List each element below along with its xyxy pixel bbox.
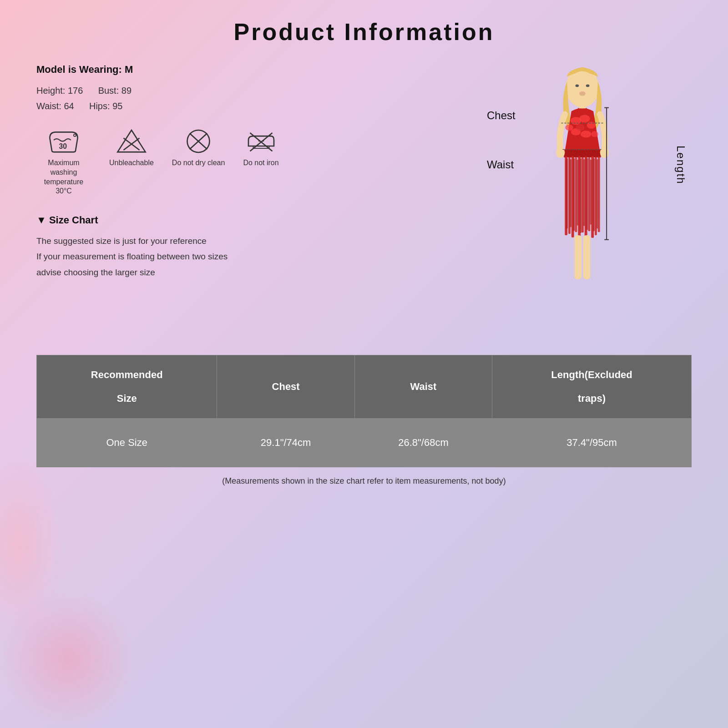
care-dryclean-label: Do not dry clean	[172, 158, 225, 168]
care-item-iron: Do not iron	[243, 127, 278, 168]
care-item-bleach: Unbleachable	[109, 127, 154, 168]
td-waist: 26.8"/68cm	[354, 419, 492, 467]
td-size: One Size	[37, 419, 217, 467]
hips-value: 95	[112, 101, 122, 111]
length-label: Length	[674, 146, 687, 184]
td-chest: 29.1"/74cm	[217, 419, 354, 467]
svg-rect-29	[564, 150, 601, 157]
svg-marker-2	[117, 130, 145, 152]
svg-point-14	[568, 71, 597, 104]
bust-value: 89	[121, 86, 131, 96]
svg-point-22	[579, 115, 590, 122]
page-title: Product Information	[36, 18, 692, 46]
svg-rect-43	[573, 158, 575, 231]
page-container: Product Information Model is Wearing: M …	[0, 0, 728, 728]
no-bleach-icon	[116, 127, 147, 155]
svg-point-15	[576, 84, 579, 87]
decoration-fuzzy-bottom	[0, 592, 136, 728]
model-wearing-label: Model is Wearing: M	[36, 64, 455, 76]
svg-point-1	[74, 134, 76, 136]
bust-label: Bust:	[98, 86, 119, 96]
th-length: Length(Excluded traps)	[492, 355, 692, 419]
size-chart-desc-line1: The suggested size is just for your refe…	[36, 233, 455, 249]
svg-point-16	[586, 84, 590, 87]
table-section: Recommended Size Chest Waist Length(Excl…	[36, 355, 692, 467]
svg-rect-54	[583, 235, 590, 279]
td-length: 37.4"/95cm	[492, 419, 692, 467]
th-size: Size	[117, 393, 137, 404]
svg-point-17	[579, 91, 586, 96]
height-label: Height:	[36, 86, 65, 96]
svg-rect-48	[590, 160, 592, 225]
svg-point-51	[556, 147, 565, 158]
svg-rect-44	[576, 160, 578, 226]
meas-labels-left: Chest Waist	[487, 109, 516, 171]
chest-label: Chest	[487, 109, 516, 122]
care-item-dryclean: Do not dry clean	[172, 127, 225, 168]
size-chart-desc: The suggested size is just for your refe…	[36, 233, 455, 280]
no-iron-icon	[245, 127, 277, 155]
svg-rect-42	[570, 159, 571, 228]
waist-label: Waist	[487, 158, 516, 171]
svg-rect-49	[593, 158, 595, 231]
model-figure-svg	[514, 64, 651, 328]
svg-point-27	[565, 124, 573, 131]
th-waist: Waist	[354, 355, 492, 419]
size-chart-title: ▼ Size Chart	[36, 214, 455, 226]
th-chest: Chest	[217, 355, 354, 419]
left-info: Model is Wearing: M Height: 176 Bust: 89…	[36, 64, 473, 337]
size-chart-desc-line2: If your measurement is floating between …	[36, 249, 455, 264]
hips-label: Hips:	[89, 101, 110, 111]
svg-text:30: 30	[59, 142, 67, 150]
svg-point-26	[576, 124, 585, 131]
right-model: Chest Waist	[473, 64, 692, 337]
wash-icon: 30	[48, 127, 80, 155]
th-recommended: Recommended	[91, 369, 163, 380]
care-item-wash: 30 Maximum washing temperature 30°C	[36, 127, 91, 196]
model-stats: Height: 176 Bust: 89 Waist: 64 Hips: 95	[36, 83, 455, 114]
svg-rect-46	[583, 159, 585, 226]
th-recommended-size: Recommended Size	[37, 355, 217, 419]
th-length-excluded: Length(Excluded	[551, 369, 632, 380]
size-table: Recommended Size Chest Waist Length(Excl…	[36, 355, 692, 467]
svg-point-52	[600, 147, 609, 158]
waist-value: 64	[64, 101, 74, 111]
svg-rect-41	[566, 158, 568, 229]
waist-label: Waist:	[36, 101, 61, 111]
top-section: Model is Wearing: M Height: 176 Bust: 89…	[36, 64, 692, 337]
care-wash-label: Maximum washing temperature 30°C	[36, 158, 91, 196]
no-dryclean-icon	[182, 127, 214, 155]
height-value: 176	[68, 86, 83, 96]
care-icons: 30 Maximum washing temperature 30°C	[36, 127, 455, 196]
svg-rect-45	[580, 158, 581, 233]
care-bleach-label: Unbleachable	[109, 158, 154, 168]
svg-point-25	[581, 131, 591, 137]
care-iron-label: Do not iron	[243, 158, 278, 168]
svg-rect-53	[575, 235, 581, 279]
table-header-row: Recommended Size Chest Waist Length(Excl…	[37, 355, 692, 419]
size-chart-triangle: ▼	[36, 214, 46, 226]
table-row: One Size 29.1"/74cm 26.8"/68cm 37.4"/95c…	[37, 419, 692, 467]
size-chart-desc-line3: advise choosing the larger size	[36, 265, 455, 280]
svg-point-23	[587, 122, 596, 129]
footnote: (Measurements shown in the size chart re…	[36, 476, 692, 486]
th-traps: traps)	[578, 393, 606, 404]
size-chart-heading: Size Chart	[49, 214, 98, 226]
svg-rect-47	[586, 158, 588, 230]
svg-rect-50	[597, 159, 598, 229]
svg-point-28	[591, 131, 598, 137]
